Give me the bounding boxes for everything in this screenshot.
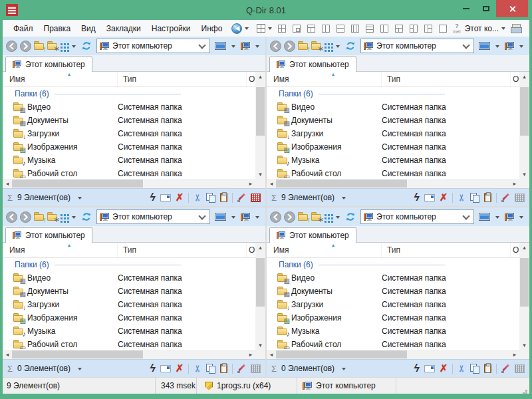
column-size[interactable]: О xyxy=(247,243,255,257)
vertical-scrollbar[interactable] xyxy=(519,72,529,179)
list-item[interactable]: Изображения Системная папка xyxy=(3,140,265,154)
rename-icon[interactable] xyxy=(424,194,435,201)
rename-icon[interactable] xyxy=(160,194,171,201)
scrollbar-track[interactable] xyxy=(255,81,265,170)
scrollbar-thumb[interactable] xyxy=(276,180,407,188)
back-button[interactable] xyxy=(270,41,281,52)
refresh-button[interactable] xyxy=(81,211,92,222)
list-item[interactable]: Рабочий стол Системная папка xyxy=(3,338,265,350)
scrollbar-thumb[interactable] xyxy=(256,87,265,136)
back-button[interactable] xyxy=(6,211,17,223)
quick-link-icon[interactable] xyxy=(414,362,419,374)
screen-preview-button[interactable] xyxy=(215,213,226,221)
list-item[interactable]: Изображения Системная папка xyxy=(3,311,265,325)
scroll-left-icon[interactable] xyxy=(267,350,276,359)
group-header[interactable]: Папки (6) xyxy=(267,87,529,100)
scroll-right-icon[interactable] xyxy=(510,350,519,359)
list-item[interactable]: Видео Системная папка xyxy=(267,100,529,114)
count-dropdown-icon[interactable] xyxy=(342,197,346,201)
tab-this-computer[interactable]: Этот компьютер xyxy=(5,57,92,72)
item-count[interactable]: 0 Элемент(ов) xyxy=(17,364,70,373)
scroll-down-icon[interactable] xyxy=(255,340,265,350)
list-item[interactable]: Документы Системная папка xyxy=(267,114,529,127)
list-item[interactable]: Рабочий стол Системная папка xyxy=(267,167,529,179)
cut-icon[interactable] xyxy=(458,192,466,203)
pane-indicator-icon[interactable] xyxy=(251,364,261,373)
scroll-left-icon[interactable] xyxy=(267,179,276,188)
new-folder-button[interactable] xyxy=(311,212,322,221)
layout-preset-icon[interactable] xyxy=(439,25,447,33)
globe-icon[interactable] xyxy=(231,23,242,34)
list-item[interactable]: Загрузки Системная папка xyxy=(3,298,265,311)
group-header[interactable]: Папки (6) xyxy=(267,258,529,271)
menu-view[interactable]: Вид xyxy=(76,24,101,33)
rename-icon[interactable] xyxy=(160,365,171,372)
item-count[interactable]: 9 Элемент(ов) xyxy=(17,193,70,202)
view-mode-dropdown-icon[interactable] xyxy=(72,216,76,221)
titlebar[interactable]: Q-Dir 8.01 xyxy=(0,0,532,20)
quick-link-icon[interactable] xyxy=(414,192,419,203)
computer-button[interactable] xyxy=(505,213,514,221)
cut-icon[interactable] xyxy=(458,363,466,374)
delete-icon[interactable] xyxy=(176,362,184,374)
screen-dropdown-icon[interactable] xyxy=(495,45,499,50)
address-combobox[interactable]: Этот компьютер xyxy=(360,209,474,224)
quick-link-icon[interactable] xyxy=(150,192,155,203)
layout-preset-icon[interactable] xyxy=(351,25,359,33)
inet-icon[interactable]: ? inet xyxy=(453,23,460,34)
paste-icon[interactable] xyxy=(220,364,227,373)
layout-preset-icon[interactable] xyxy=(322,25,330,33)
count-dropdown-icon[interactable] xyxy=(78,368,82,372)
address-combobox[interactable]: Этот компьютер xyxy=(96,209,210,224)
column-type[interactable]: Тип xyxy=(118,243,247,257)
cut-icon[interactable] xyxy=(194,363,201,374)
forward-button[interactable] xyxy=(284,211,295,223)
new-folder-button[interactable] xyxy=(311,41,322,51)
quickdir-selector[interactable]: Этот ко... xyxy=(465,24,499,33)
layout-preset-icon[interactable] xyxy=(336,25,344,33)
view-mode-dropdown-icon[interactable] xyxy=(336,216,340,221)
group-header[interactable]: Папки (6) xyxy=(3,258,265,271)
new-folder-button[interactable] xyxy=(47,41,58,51)
layout-preset-icon[interactable] xyxy=(380,25,388,33)
scrollbar-track[interactable] xyxy=(519,252,529,340)
scroll-up-icon[interactable] xyxy=(255,72,265,81)
computer-dropdown-icon[interactable] xyxy=(519,216,523,221)
column-size[interactable]: О xyxy=(511,72,519,86)
list-item[interactable]: Загрузки Системная папка xyxy=(267,127,529,140)
combo-chevron-icon[interactable] xyxy=(462,41,469,49)
address-combobox[interactable]: Этот компьютер xyxy=(360,39,474,53)
maximize-button[interactable] xyxy=(476,0,496,17)
list-item[interactable]: Документы Системная папка xyxy=(3,114,265,127)
copy-icon[interactable] xyxy=(470,193,479,202)
delete-icon[interactable] xyxy=(176,192,184,203)
layout-dropdown-icon[interactable] xyxy=(268,27,272,32)
computer-dropdown-icon[interactable] xyxy=(519,45,523,50)
scroll-down-icon[interactable] xyxy=(255,170,265,179)
tab-bar[interactable]: Этот компьютер xyxy=(3,226,265,243)
layout-preset-icon[interactable] xyxy=(410,25,418,33)
refresh-button[interactable] xyxy=(345,211,356,222)
computer-button[interactable] xyxy=(241,213,250,221)
scrollbar-track[interactable] xyxy=(12,179,246,188)
delete-icon[interactable] xyxy=(440,192,448,203)
horizontal-scrollbar[interactable] xyxy=(267,179,529,188)
copy-icon[interactable] xyxy=(206,193,215,202)
computer-dropdown-icon[interactable] xyxy=(255,216,259,221)
layout-preset-icon[interactable] xyxy=(395,25,403,33)
column-size[interactable]: О xyxy=(247,72,255,86)
menu-file[interactable]: Файл xyxy=(8,24,39,33)
parent-folder-button[interactable] xyxy=(34,41,45,51)
group-header[interactable]: Папки (6) xyxy=(3,87,265,100)
tab-this-computer[interactable]: Этот компьютер xyxy=(269,57,356,72)
tab-bar[interactable]: Этот компьютер xyxy=(267,55,529,72)
screen-preview-button[interactable] xyxy=(215,42,226,51)
scroll-up-icon[interactable] xyxy=(255,243,265,252)
globe-dropdown-icon[interactable] xyxy=(245,27,249,32)
list-item[interactable]: Документы Системная папка xyxy=(3,285,265,298)
count-dropdown-icon[interactable] xyxy=(78,197,82,201)
list-item[interactable]: Музыка Системная папка xyxy=(3,154,265,167)
view-mode-dropdown-icon[interactable] xyxy=(336,45,340,50)
close-button[interactable] xyxy=(496,0,528,17)
combo-chevron-icon[interactable] xyxy=(462,212,469,219)
